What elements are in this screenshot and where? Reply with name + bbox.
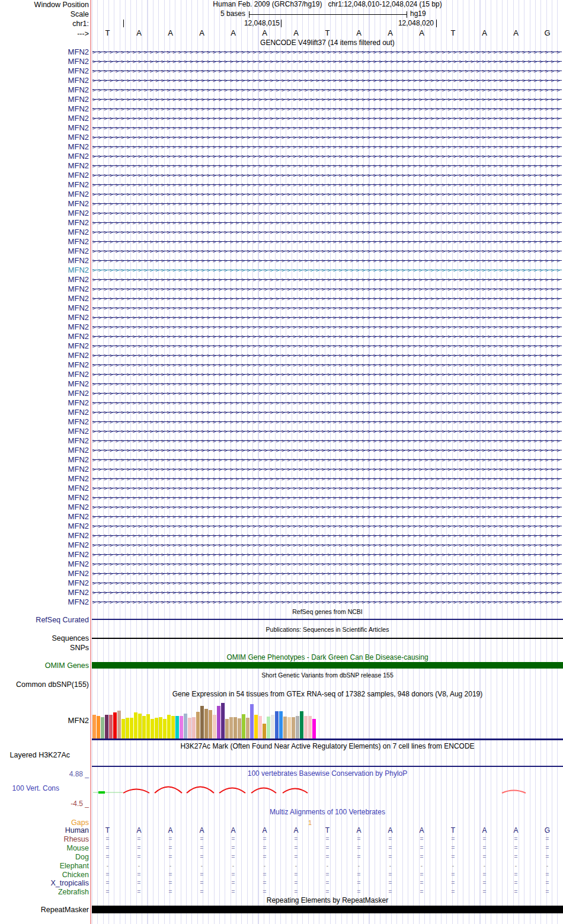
gtex-bar[interactable]	[258, 716, 262, 738]
gtex-bar[interactable]	[304, 716, 308, 738]
gtex-bar[interactable]	[308, 716, 312, 738]
transcript-arrow-line[interactable]: >>>>>>>>>>>>>>>>>>>>>>>>>>>>>>>>>>>>>>>>…	[92, 465, 562, 474]
transcript-arrow-line[interactable]: >>>>>>>>>>>>>>>>>>>>>>>>>>>>>>>>>>>>>>>>…	[92, 237, 562, 247]
gene-row[interactable]: MFN2>>>>>>>>>>>>>>>>>>>>>>>>>>>>>>>>>>>>…	[0, 503, 563, 512]
gene-row[interactable]: MFN2>>>>>>>>>>>>>>>>>>>>>>>>>>>>>>>>>>>>…	[0, 484, 563, 493]
gtex-bar[interactable]	[159, 717, 162, 738]
transcript-arrow-line[interactable]: >>>>>>>>>>>>>>>>>>>>>>>>>>>>>>>>>>>>>>>>…	[92, 209, 562, 218]
gene-row[interactable]: MFN2>>>>>>>>>>>>>>>>>>>>>>>>>>>>>>>>>>>>…	[0, 152, 563, 161]
gene-row-label[interactable]: MFN2	[0, 190, 89, 199]
publications-track-title[interactable]: Publications: Sequences in Scientific Ar…	[92, 626, 563, 634]
gene-row[interactable]: MFN2>>>>>>>>>>>>>>>>>>>>>>>>>>>>>>>>>>>>…	[0, 597, 563, 607]
gene-row-label[interactable]: MFN2	[0, 588, 89, 597]
gtex-bar[interactable]	[283, 717, 287, 738]
gene-row[interactable]: MFN2>>>>>>>>>>>>>>>>>>>>>>>>>>>>>>>>>>>>…	[0, 379, 563, 389]
gtex-bar[interactable]	[146, 714, 150, 738]
gtex-bar[interactable]	[300, 711, 303, 738]
gene-row-label[interactable]: MFN2	[0, 123, 89, 133]
gtex-bar[interactable]	[180, 716, 183, 738]
transcript-arrow-line[interactable]: >>>>>>>>>>>>>>>>>>>>>>>>>>>>>>>>>>>>>>>>…	[92, 123, 562, 133]
gene-row[interactable]: MFN2>>>>>>>>>>>>>>>>>>>>>>>>>>>>>>>>>>>>…	[0, 294, 563, 303]
transcript-arrow-line[interactable]: >>>>>>>>>>>>>>>>>>>>>>>>>>>>>>>>>>>>>>>>…	[92, 379, 562, 389]
transcript-arrow-line[interactable]: >>>>>>>>>>>>>>>>>>>>>>>>>>>>>>>>>>>>>>>>…	[92, 578, 562, 588]
gene-row-label[interactable]: MFN2	[0, 303, 89, 313]
gene-row-label[interactable]: MFN2	[0, 455, 89, 465]
gene-row[interactable]: MFN2>>>>>>>>>>>>>>>>>>>>>>>>>>>>>>>>>>>>…	[0, 550, 563, 559]
gene-row[interactable]: MFN2>>>>>>>>>>>>>>>>>>>>>>>>>>>>>>>>>>>>…	[0, 161, 563, 171]
transcript-arrow-line[interactable]: >>>>>>>>>>>>>>>>>>>>>>>>>>>>>>>>>>>>>>>>…	[92, 313, 562, 322]
gtex-bar[interactable]	[246, 718, 249, 738]
gene-row-label[interactable]: MFN2	[0, 550, 89, 559]
gene-row-label[interactable]: MFN2	[0, 503, 89, 512]
gtex-bar[interactable]	[167, 715, 171, 738]
h3k27ac-track-title[interactable]: H3K27Ac Mark (Often Found Near Active Re…	[92, 743, 563, 750]
transcript-arrow-line[interactable]: >>>>>>>>>>>>>>>>>>>>>>>>>>>>>>>>>>>>>>>>…	[92, 76, 562, 85]
omim-track-title[interactable]: OMIM Gene Phenotypes - Dark Green Can Be…	[92, 654, 563, 661]
gene-row[interactable]: MFN2>>>>>>>>>>>>>>>>>>>>>>>>>>>>>>>>>>>>…	[0, 275, 563, 284]
gtex-bar[interactable]	[196, 712, 200, 738]
gene-row[interactable]: MFN2>>>>>>>>>>>>>>>>>>>>>>>>>>>>>>>>>>>>…	[0, 209, 563, 218]
refseq-gene-line[interactable]	[92, 619, 563, 620]
transcript-arrow-line[interactable]: >>>>>>>>>>>>>>>>>>>>>>>>>>>>>>>>>>>>>>>>…	[92, 66, 562, 76]
gene-row[interactable]: MFN2>>>>>>>>>>>>>>>>>>>>>>>>>>>>>>>>>>>>…	[0, 493, 563, 503]
gene-row-label[interactable]: MFN2	[0, 360, 89, 370]
gtex-bar[interactable]	[209, 710, 212, 738]
gene-row[interactable]: MFN2>>>>>>>>>>>>>>>>>>>>>>>>>>>>>>>>>>>>…	[0, 351, 563, 360]
transcript-arrow-line[interactable]: >>>>>>>>>>>>>>>>>>>>>>>>>>>>>>>>>>>>>>>>…	[92, 142, 562, 152]
gene-row-label[interactable]: MFN2	[0, 114, 89, 123]
gtex-bar[interactable]	[213, 715, 216, 738]
gene-row[interactable]: MFN2>>>>>>>>>>>>>>>>>>>>>>>>>>>>>>>>>>>>…	[0, 427, 563, 436]
gene-row-label[interactable]: MFN2	[0, 57, 89, 66]
gtex-bar[interactable]	[188, 718, 191, 738]
gtex-bar[interactable]	[233, 717, 237, 738]
gene-row[interactable]: MFN2>>>>>>>>>>>>>>>>>>>>>>>>>>>>>>>>>>>>…	[0, 266, 563, 275]
transcript-arrow-line[interactable]: >>>>>>>>>>>>>>>>>>>>>>>>>>>>>>>>>>>>>>>>…	[92, 531, 562, 541]
gene-row[interactable]: MFN2>>>>>>>>>>>>>>>>>>>>>>>>>>>>>>>>>>>>…	[0, 85, 563, 95]
gene-row[interactable]: MFN2>>>>>>>>>>>>>>>>>>>>>>>>>>>>>>>>>>>>…	[0, 408, 563, 417]
gtex-bar[interactable]	[225, 719, 229, 738]
gtex-bar[interactable]	[109, 715, 113, 738]
transcript-arrow-line[interactable]: >>>>>>>>>>>>>>>>>>>>>>>>>>>>>>>>>>>>>>>>…	[92, 303, 562, 313]
gene-row[interactable]: MFN2>>>>>>>>>>>>>>>>>>>>>>>>>>>>>>>>>>>>…	[0, 588, 563, 597]
gtex-bar[interactable]	[279, 711, 283, 738]
gene-row-label[interactable]: MFN2	[0, 522, 89, 531]
gtex-bar[interactable]	[287, 717, 291, 738]
gtex-gene-label[interactable]: MFN2	[0, 717, 89, 725]
gene-row-label[interactable]: MFN2	[0, 161, 89, 171]
gene-row[interactable]: MFN2>>>>>>>>>>>>>>>>>>>>>>>>>>>>>>>>>>>>…	[0, 199, 563, 209]
multiz-species-row[interactable]: HumanTAAAAAATAAATAAG	[0, 826, 563, 835]
gtex-bar[interactable]	[101, 717, 104, 738]
transcript-arrow-line[interactable]: >>>>>>>>>>>>>>>>>>>>>>>>>>>>>>>>>>>>>>>>…	[92, 427, 562, 436]
sequences-label[interactable]: Sequences	[0, 634, 89, 642]
gene-row[interactable]: MFN2>>>>>>>>>>>>>>>>>>>>>>>>>>>>>>>>>>>>…	[0, 171, 563, 180]
transcript-arrow-line[interactable]: >>>>>>>>>>>>>>>>>>>>>>>>>>>>>>>>>>>>>>>>…	[92, 266, 562, 275]
transcript-arrow-line[interactable]: >>>>>>>>>>>>>>>>>>>>>>>>>>>>>>>>>>>>>>>>…	[92, 180, 562, 190]
multiz-track-title[interactable]: Multiz Alignments of 100 Vertebrates	[92, 808, 563, 816]
gtex-bar[interactable]	[263, 724, 266, 738]
species-label[interactable]: Human	[0, 826, 89, 835]
gene-row-label[interactable]: MFN2	[0, 209, 89, 218]
h3k27ac-label[interactable]: Layered H3K27Ac	[0, 751, 70, 759]
transcript-arrow-line[interactable]: >>>>>>>>>>>>>>>>>>>>>>>>>>>>>>>>>>>>>>>>…	[92, 275, 562, 284]
phylop-track-title[interactable]: 100 vertebrates Basewise Conservation by…	[92, 770, 563, 778]
transcript-arrow-line[interactable]: >>>>>>>>>>>>>>>>>>>>>>>>>>>>>>>>>>>>>>>>…	[92, 161, 562, 171]
gene-row-label[interactable]: MFN2	[0, 569, 89, 578]
gtex-bar[interactable]	[184, 714, 187, 738]
gene-row[interactable]: MFN2>>>>>>>>>>>>>>>>>>>>>>>>>>>>>>>>>>>>…	[0, 57, 563, 66]
gtex-bar[interactable]	[92, 715, 96, 738]
gtex-track-title[interactable]: Gene Expression in 54 tissues from GTEx …	[92, 690, 563, 698]
transcript-arrow-line[interactable]: >>>>>>>>>>>>>>>>>>>>>>>>>>>>>>>>>>>>>>>>…	[92, 389, 562, 398]
gene-row[interactable]: MFN2>>>>>>>>>>>>>>>>>>>>>>>>>>>>>>>>>>>>…	[0, 341, 563, 351]
gene-row-label[interactable]: MFN2	[0, 578, 89, 588]
gene-row[interactable]: MFN2>>>>>>>>>>>>>>>>>>>>>>>>>>>>>>>>>>>>…	[0, 218, 563, 228]
gene-row-label[interactable]: MFN2	[0, 237, 89, 247]
gtex-bar[interactable]	[192, 717, 196, 738]
dbsnp-label[interactable]: Common dbSNP(155)	[0, 680, 89, 689]
gtex-bar[interactable]	[126, 718, 129, 738]
gene-row-label[interactable]: MFN2	[0, 256, 89, 266]
transcript-arrow-line[interactable]: >>>>>>>>>>>>>>>>>>>>>>>>>>>>>>>>>>>>>>>>…	[92, 408, 562, 417]
gtex-bar[interactable]	[292, 717, 295, 738]
gene-row[interactable]: MFN2>>>>>>>>>>>>>>>>>>>>>>>>>>>>>>>>>>>>…	[0, 114, 563, 123]
gtex-bar[interactable]	[250, 704, 254, 738]
gene-row-label[interactable]: MFN2	[0, 341, 89, 351]
